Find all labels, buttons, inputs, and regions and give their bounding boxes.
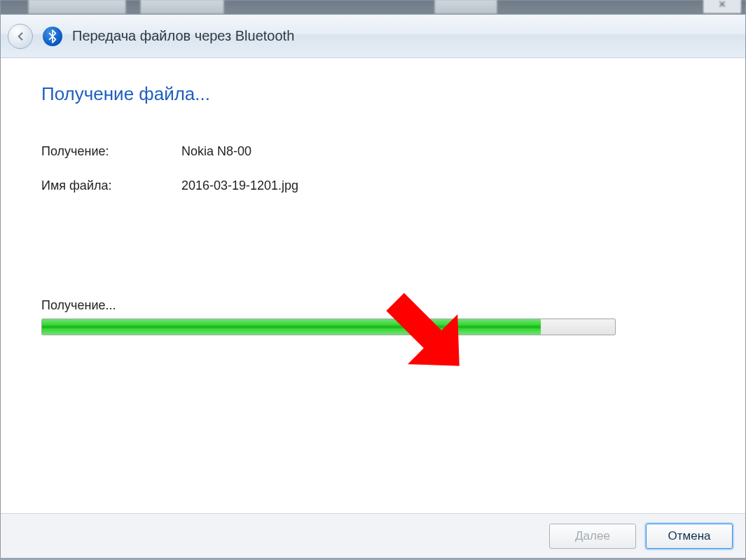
back-button[interactable]	[8, 24, 33, 49]
progress-label: Получение...	[41, 298, 705, 313]
wizard-footer: Далее Отмена	[1, 513, 745, 558]
bluetooth-transfer-wizard: Передача файлов через Bluetooth Получени…	[0, 14, 746, 559]
progress-area: Получение...	[41, 298, 705, 335]
arrow-left-icon	[14, 30, 27, 43]
progress-fill	[42, 319, 541, 335]
cancel-button[interactable]: Отмена	[646, 524, 733, 549]
receiving-value: Nokia N8-00	[181, 144, 251, 159]
wizard-header: Передача файлов через Bluetooth	[1, 15, 745, 58]
bluetooth-icon	[43, 27, 62, 46]
background-window-bar: ×	[0, 0, 746, 14]
page-heading: Получение файла...	[41, 83, 705, 105]
receiving-row: Получение: Nokia N8-00	[41, 144, 705, 159]
wizard-body: Получение файла... Получение: Nokia N8-0…	[1, 58, 745, 513]
filename-value: 2016-03-19-1201.jpg	[181, 178, 298, 193]
wizard-title: Передача файлов через Bluetooth	[72, 28, 294, 44]
next-button: Далее	[549, 524, 636, 549]
receiving-label: Получение:	[41, 144, 181, 159]
progress-bar	[41, 318, 616, 335]
background-close-icon: ×	[703, 0, 742, 14]
filename-row: Имя файла: 2016-03-19-1201.jpg	[41, 178, 705, 193]
filename-label: Имя файла:	[41, 178, 181, 193]
